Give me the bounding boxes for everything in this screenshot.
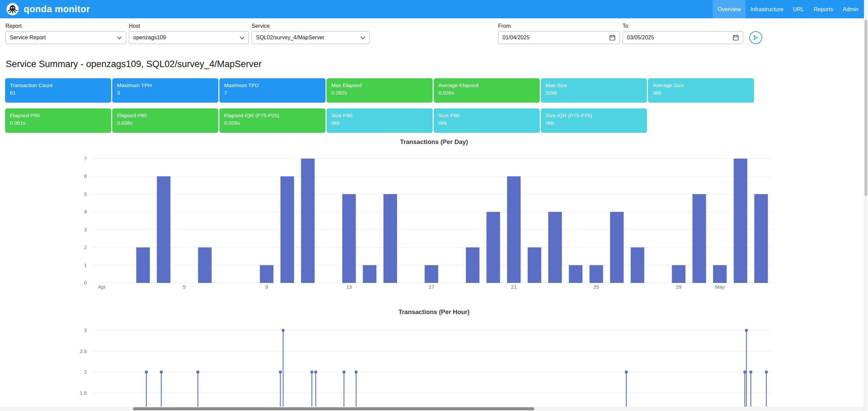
run-report-button[interactable] <box>749 31 762 44</box>
bar-apr-25[interactable] <box>590 265 603 283</box>
stat-card-label: Size IQR (P75-P25) <box>546 112 642 119</box>
service-select[interactable]: SQL02/survey_4/MapServer <box>252 31 370 44</box>
spike-series <box>145 329 768 411</box>
data-point[interactable] <box>279 371 282 374</box>
bar-apr-11[interactable] <box>301 159 315 283</box>
per-day-chart-title: Transactions (Per Day) <box>0 138 868 146</box>
stat-card-size-p80: Size P800kb <box>434 108 540 133</box>
bar-apr-4[interactable] <box>157 176 171 283</box>
data-point[interactable] <box>625 371 628 374</box>
x-axis-tick-label: 5 <box>183 284 185 290</box>
to-label: To <box>623 23 743 29</box>
per-hour-line-chart[interactable]: 00.511.522.53 <box>0 318 864 411</box>
stat-card-label: Transaction Count <box>10 82 106 89</box>
chevron-down-icon <box>117 36 122 39</box>
bar-may-2[interactable] <box>734 159 747 283</box>
gridlines <box>92 330 771 411</box>
calendar-icon[interactable] <box>733 35 739 41</box>
bar-apr-17[interactable] <box>425 265 438 283</box>
data-point[interactable] <box>743 371 746 374</box>
data-point[interactable] <box>314 371 317 374</box>
stat-card-value: 3kb <box>653 89 749 96</box>
stat-card-value: 0.282s <box>331 89 428 96</box>
bar-apr-19[interactable] <box>466 247 479 283</box>
y-axis-tick-label: 5 <box>84 191 87 197</box>
stat-card-value: 3 <box>117 89 214 96</box>
data-point[interactable] <box>310 371 313 374</box>
x-axis-tick-label: 13 <box>346 284 352 290</box>
stat-card-elapsed-p90: Elapsed P900.061s <box>5 108 111 133</box>
report-select[interactable]: Service Report <box>5 31 126 44</box>
stat-card-max-elapsed: Max Elapsed0.282s <box>327 78 433 103</box>
stat-card-value: 0kb <box>546 120 642 126</box>
stat-card-label: Max Elapsed <box>331 82 428 89</box>
y-axis-tick-label: 2 <box>84 369 87 375</box>
horizontal-scrollbar-thumb[interactable] <box>133 407 534 410</box>
bar-apr-6[interactable] <box>198 247 212 283</box>
stat-card-label: Size P90 <box>331 112 428 119</box>
host-select-value: openzags109 <box>133 35 166 41</box>
navbar: qonda monitor OverviewInfrastructureURLR… <box>0 0 868 18</box>
bar-apr-27[interactable] <box>631 247 644 283</box>
stat-card-max-size: Max Size52kb <box>541 78 647 103</box>
bar-apr-10[interactable] <box>280 176 294 283</box>
bar-apr-9[interactable] <box>260 265 273 283</box>
bar-apr-15[interactable] <box>383 194 397 283</box>
data-point[interactable] <box>749 371 752 374</box>
data-point[interactable] <box>342 371 346 374</box>
bar-may-1[interactable] <box>713 265 727 283</box>
from-date-input[interactable]: 01/04/2025 <box>498 31 620 44</box>
to-date-input[interactable]: 03/05/2025 <box>623 31 743 44</box>
stat-card-average-elapsed: Average Elapsed0.026s <box>434 78 540 103</box>
host-select[interactable]: openzags109 <box>129 31 249 44</box>
stat-card-label: Average Elapsed <box>438 82 535 89</box>
nav-menu: OverviewInfrastructureURLReportsAdmin <box>713 0 863 18</box>
bar-apr-21[interactable] <box>507 176 520 283</box>
app-logo-octopus-icon <box>6 3 19 16</box>
bar-apr-3[interactable] <box>136 247 150 283</box>
stat-card-maximum-tph: Maximum TPH3 <box>112 78 218 103</box>
report-select-value: Service Report <box>10 35 46 41</box>
stat-card-value: 7 <box>224 89 321 96</box>
nav-item-admin[interactable]: Admin <box>838 0 863 18</box>
vertical-scrollbar-track[interactable] <box>864 0 868 411</box>
service-label: Service <box>252 23 370 29</box>
x-axis-tick-label: 25 <box>593 284 599 290</box>
data-point[interactable] <box>145 371 148 374</box>
bar-apr-26[interactable] <box>610 212 624 283</box>
y-axis-tick-label: 0 <box>84 280 87 286</box>
nav-item-infrastructure[interactable]: Infrastructure <box>746 0 788 18</box>
nav-item-url[interactable]: URL <box>788 0 809 18</box>
bar-apr-30[interactable] <box>692 194 706 283</box>
y-axis-tick-label: 3 <box>84 327 87 333</box>
to-date-value: 03/05/2025 <box>627 35 654 41</box>
x-axis-tick-label: 29 <box>676 284 682 290</box>
y-axis-tick-label: 3 <box>84 227 87 232</box>
data-point[interactable] <box>355 371 358 374</box>
stat-card-value: 52kb <box>546 89 642 96</box>
bar-apr-23[interactable] <box>548 212 562 283</box>
nav-item-overview[interactable]: Overview <box>713 0 746 18</box>
bar-apr-24[interactable] <box>569 265 583 283</box>
data-point[interactable] <box>196 371 199 374</box>
bar-may-3[interactable] <box>754 194 768 283</box>
bar-apr-22[interactable] <box>528 247 541 283</box>
bar-apr-29[interactable] <box>672 265 686 283</box>
stat-card-value: 0kb <box>438 120 535 126</box>
data-point[interactable] <box>282 329 285 332</box>
x-axis-tick-label: 17 <box>429 284 434 290</box>
stats-summary: Transaction Count81Maximum TPH3Maximum T… <box>5 78 868 133</box>
per-day-bar-chart[interactable]: 01234567Apr591317212529May <box>0 148 864 296</box>
data-point[interactable] <box>160 371 163 374</box>
data-point[interactable] <box>745 329 748 332</box>
stat-card-label: Elapsed P90 <box>10 112 106 119</box>
bar-apr-20[interactable] <box>487 212 500 283</box>
vertical-scrollbar-thumb[interactable] <box>865 20 867 196</box>
data-point[interactable] <box>765 371 768 374</box>
nav-item-reports[interactable]: Reports <box>809 0 838 18</box>
per-hour-chart-title: Transactions (Per Hour) <box>0 308 868 316</box>
x-axis-tick-label: 9 <box>265 284 268 290</box>
bar-apr-14[interactable] <box>363 265 376 283</box>
bar-apr-13[interactable] <box>342 194 356 283</box>
calendar-icon[interactable] <box>609 35 615 41</box>
